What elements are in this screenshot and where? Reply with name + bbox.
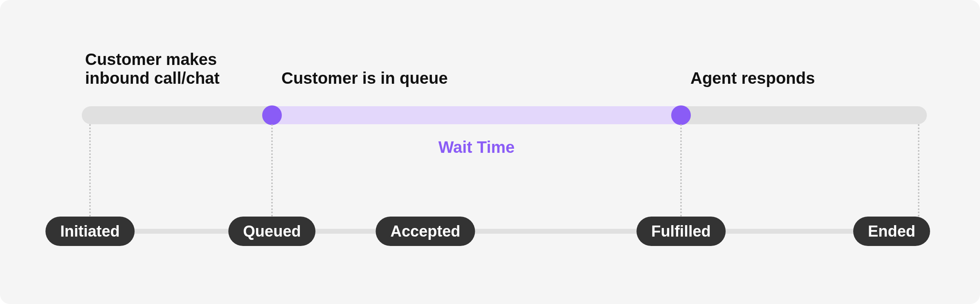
connector-fulfilled [680,124,682,217]
diagram-canvas: Customer makes inbound call/chat Custome… [0,0,980,304]
connector-ended [918,124,919,217]
upper-label-initiated: Customer makes inbound call/chat [85,50,220,87]
wait-time-label: Wait Time [438,138,515,156]
status-label: Queued [243,223,301,240]
status-pill-initiated: Initiated [45,217,135,246]
status-pill-queued: Queued [228,217,315,246]
marker-queued [262,105,282,125]
status-pill-fulfilled: Fulfilled [636,217,726,246]
status-label: Initiated [60,223,120,240]
connector-queued [271,124,273,217]
status-label: Accepted [390,223,460,240]
status-pill-accepted: Accepted [375,217,475,246]
marker-fulfilled [671,105,691,125]
connector-initiated [89,124,91,217]
upper-label-queued: Customer is in queue [281,69,448,87]
status-label: Ended [868,223,915,240]
status-label: Fulfilled [651,223,711,240]
lower-status-track [53,229,927,234]
status-pill-ended: Ended [853,217,930,246]
wait-time-segment [272,106,681,124]
upper-label-fulfilled: Agent responds [690,69,815,87]
